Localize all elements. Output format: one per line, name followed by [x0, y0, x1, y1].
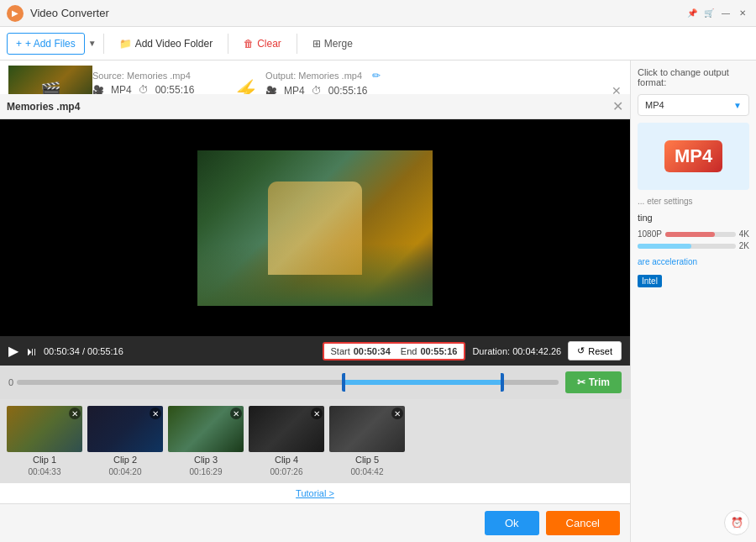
format-selector[interactable]: MP4 ▼	[638, 94, 749, 116]
clear-button[interactable]: 🗑 Clear	[235, 34, 290, 54]
clip-duration: 00:04:42	[351, 467, 384, 476]
reset-button[interactable]: ↺ Reset	[568, 341, 622, 360]
clips-area: ✕ Clip 1 00:04:33 ✕ Clip 2 00:04:20 ✕ Cl…	[0, 399, 630, 483]
clip-thumbnail: ✕	[168, 406, 244, 452]
add-folder-button[interactable]: 📁 Add Video Folder	[111, 34, 222, 54]
intel-row: Intel	[638, 275, 749, 287]
clip-thumbnail: ✕	[249, 406, 324, 452]
clip-label: Clip 2	[113, 455, 137, 465]
separator-3	[297, 34, 297, 54]
edit-output-icon[interactable]: ✏	[372, 70, 381, 82]
output-format-label: Click to change output format:	[638, 67, 749, 87]
folder-icon: 📁	[119, 38, 132, 50]
merge-button[interactable]: ⊞ Merge	[304, 34, 361, 54]
video-frame	[197, 150, 433, 306]
popup-title: Memories .mp4	[7, 101, 80, 113]
video-preview	[0, 119, 630, 336]
main-content: 🎬 Source: Memories .mp4 🎥 MP4 ⏱ 00:55:16	[0, 61, 756, 542]
clip-duration: 00:04:33	[29, 467, 61, 476]
clip-label: Clip 5	[355, 455, 379, 465]
quality-options: 1080P 4K 2K	[638, 229, 749, 250]
step-play-button[interactable]: ⏯	[25, 345, 37, 358]
quality-1080p: 1080P 4K	[638, 229, 749, 239]
popup-window: Memories .mp4 ✕ ▶ ⏯ 00:50:34	[0, 94, 630, 542]
quality-2k: 2K	[638, 241, 749, 250]
format-dropdown-arrow: ▼	[733, 101, 742, 110]
clip-close-button[interactable]: ✕	[391, 408, 403, 419]
merge-icon: ⊞	[312, 38, 321, 50]
cart-icon[interactable]: 🛒	[702, 7, 716, 20]
clip-close-button[interactable]: ✕	[230, 408, 242, 419]
video-thumbnail	[197, 150, 433, 306]
cancel-button[interactable]: Cancel	[546, 511, 620, 535]
clip-label: Clip 4	[275, 455, 298, 465]
add-files-button[interactable]: + + Add Files	[7, 33, 85, 55]
add-files-dropdown-arrow[interactable]: ▼	[88, 39, 97, 48]
clip-close-button[interactable]: ✕	[150, 408, 161, 419]
clip-item: ✕ Clip 5 00:04:42	[329, 406, 405, 476]
popup-close-button[interactable]: ✕	[612, 98, 623, 114]
clip-duration: 00:07:26	[270, 467, 303, 476]
play-button[interactable]: ▶	[8, 343, 18, 359]
timeline-selected-range[interactable]	[342, 380, 504, 385]
minimize-button[interactable]: —	[719, 7, 732, 20]
plus-icon: +	[16, 38, 22, 50]
clip-label: Clip 3	[194, 455, 218, 465]
clip-duration: 00:16:29	[190, 467, 223, 476]
clip-thumbnail: ✕	[87, 406, 163, 452]
clip-item: ✕ Clip 2 00:04:20	[87, 406, 163, 476]
toolbar: + + Add Files ▼ 📁 Add Video Folder 🗑 Cle…	[0, 27, 756, 61]
title-bar: ▶ Video Converter 📌 🛒 — ✕	[0, 0, 756, 27]
tutorial-link[interactable]: Tutorial >	[0, 483, 630, 503]
bottom-actions: Ok Cancel	[0, 503, 630, 542]
sidebar-spacer	[638, 294, 749, 503]
timeline-track[interactable]	[17, 380, 559, 385]
separator-1	[103, 34, 104, 54]
reset-icon: ↺	[577, 345, 585, 356]
clip-label: Clip 1	[33, 455, 56, 465]
trim-timeline: 0 ✂ Trim	[0, 366, 630, 399]
clip-thumbnail: ✕	[7, 406, 82, 452]
clip-duration: 00:04:20	[109, 467, 142, 476]
param-settings[interactable]: ... eter settings	[638, 197, 749, 206]
right-sidebar: Click to change output format: MP4 ▼ MP4…	[630, 61, 756, 542]
app-title: Video Converter	[30, 7, 109, 19]
hw-accel[interactable]: are acceleration	[638, 257, 749, 266]
time-zero-label: 0	[8, 377, 13, 387]
clip-thumbnail: ✕	[329, 406, 405, 452]
popup-titlebar: Memories .mp4 ✕	[0, 94, 630, 119]
output-label-row: Output: Memories .mp4 ✏	[265, 70, 400, 82]
timeline-start-handle[interactable]	[342, 373, 345, 392]
clip-item: ✕ Clip 1 00:04:33	[7, 406, 82, 476]
alarm-icon: ⏰	[731, 517, 743, 529]
clip-item: ✕ Clip 3 00:16:29	[168, 406, 244, 476]
clip-close-button[interactable]: ✕	[311, 408, 323, 419]
start-end-container: Start 00:50:34 End 00:55:16	[323, 342, 466, 360]
alarm-button[interactable]: ⏰	[724, 510, 749, 535]
playback-controls: ▶ ⏯ 00:50:34 / 00:55:16 Start 00:50:34 E…	[0, 336, 630, 366]
pin-icon[interactable]: 📌	[685, 7, 699, 20]
trim-button[interactable]: ✂ Trim	[565, 371, 622, 393]
app-icon: ▶	[7, 5, 24, 22]
separator-2	[228, 34, 228, 54]
duration-label: Duration: 00:04:42.26	[472, 346, 561, 356]
close-button[interactable]: ✕	[736, 7, 749, 20]
trim-scissors-icon: ✂	[577, 376, 585, 388]
timeline-end-handle[interactable]	[501, 373, 504, 392]
left-panel: 🎬 Source: Memories .mp4 🎥 MP4 ⏱ 00:55:16	[0, 61, 630, 542]
trash-icon: 🗑	[244, 38, 254, 50]
playback-time: 00:50:34 / 00:55:16	[44, 346, 123, 356]
clip-item: ✕ Clip 4 00:07:26	[249, 406, 324, 476]
quality-label: ting	[638, 213, 749, 223]
format-preview: MP4	[638, 123, 749, 190]
clip-close-button[interactable]: ✕	[69, 408, 81, 419]
intel-badge: Intel	[638, 275, 662, 287]
ok-button[interactable]: Ok	[485, 511, 539, 535]
source-label-row: Source: Memories .mp4	[92, 71, 227, 81]
